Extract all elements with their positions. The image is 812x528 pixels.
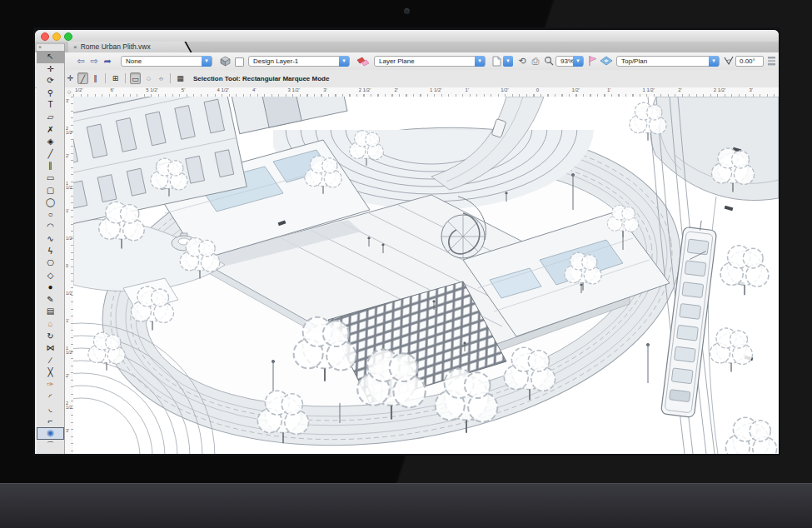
fillet-tool[interactable]: ◜ [37,391,64,404]
chamfer-tool[interactable]: ⌐ [37,416,64,428]
offset-tool[interactable]: ∕ [37,355,64,367]
filled-circle-tool[interactable]: ● [37,281,64,294]
ruler-label: 1/2' [66,236,73,240]
roof-tool[interactable]: ⌂ [37,318,64,331]
ruler-label: 1 1/2' [66,181,73,190]
rotate-tool[interactable]: ↻ [37,331,64,343]
paint-brush-tool[interactable]: ✑ [37,379,64,391]
palette-close-icon[interactable]: × [37,44,64,51]
view-toolbar: ⇦ ⇨ ➦ None ▾ Design Layer-1 ▾ [35,52,779,71]
interactive-scaling-mode-icon[interactable]: ⊞ [110,72,121,84]
layer-options-checkbox[interactable] [235,57,244,67]
ruler-label: 1' [607,87,610,92]
ruler-label: 1' [466,87,469,92]
rectangle-tool[interactable]: ▭ [37,172,64,185]
dropdown-arrow-icon[interactable]: ▾ [475,56,485,67]
ruler-label: 3' [323,87,326,92]
pan-tool[interactable]: ✛ [37,63,64,76]
selection-tool[interactable]: ↖ [37,51,64,63]
arc-tool[interactable]: ◠ [37,221,64,233]
callout-tool[interactable]: ▱ [37,112,64,124]
drawing-canvas[interactable] [73,97,779,454]
freehand-tool[interactable]: ∿ [37,233,64,246]
tool-status-label: Selection Tool: Rectangular Marquee Mode [193,75,329,82]
line-tool[interactable]: ╱ [37,148,64,161]
regular-polygon-tool[interactable]: ◇ [37,270,64,282]
ruler-label: 4' [252,87,256,92]
mode-single-select-icon[interactable]: ╱ [77,72,88,84]
attribute-mapping-tool[interactable]: ◈ [37,136,64,148]
dropdown-arrow-icon[interactable]: ▾ [339,56,349,67]
dropdown-arrow-icon[interactable]: ▾ [573,56,583,67]
close-window-button[interactable] [41,32,49,41]
tool-filter-dropdown[interactable]: None ▾ [121,56,212,67]
close-tab-icon[interactable]: × [73,43,77,51]
mode-multi-select-icon[interactable]: ∥ [90,72,101,84]
ruler-label: 3' [66,428,69,432]
webcam-dot [404,8,410,14]
ruler-label: 2' [66,373,69,377]
ruler-label: 0 [536,87,539,92]
zoom-window-button[interactable] [64,32,72,41]
text-tool[interactable]: T [37,99,64,112]
wall-tool[interactable]: ▤ [37,306,64,318]
polygon-tool[interactable]: ⎔ [37,257,64,270]
new-document-icon[interactable] [492,56,501,67]
ruler-label: 5' [182,87,185,92]
dropdown-arrow-icon[interactable]: ▾ [709,56,719,67]
rectangular-marquee-mode-icon[interactable]: ▭ [130,72,141,84]
view-diamond-icon[interactable] [600,56,613,66]
active-plane-icon[interactable] [356,56,370,67]
document-tab[interactable]: ×Rome Urban Plith.vwx [68,42,192,52]
visualization-tool[interactable]: ◉ [37,427,64,440]
rotation-angle-field[interactable]: 0.00° [735,56,764,67]
saved-views-icon[interactable]: ➦ [102,55,113,67]
flyover-tool[interactable]: ⟳ [37,75,64,87]
mode-settings-icon[interactable]: ▦ [175,72,186,84]
polygon-lasso-mode-icon[interactable]: ⌔ [156,72,167,84]
rounded-rectangle-tool[interactable]: ▢ [37,185,64,197]
view-dropdown[interactable]: Top/Plan ▾ [616,56,720,67]
cube-icon[interactable] [220,56,231,67]
zoom-level-dropdown[interactable]: 93% ▾ [555,56,584,67]
layer-plane-dropdown[interactable]: Layer Plane ▾ [374,56,486,67]
design-layer-dropdown[interactable]: Design Layer-1 ▾ [248,56,350,67]
forward-button[interactable]: ⇨ [88,55,100,67]
arc-smoothing-tool[interactable]: ◟ [37,403,64,416]
ruler-label: 1' [66,318,69,322]
mode-separator [125,73,126,83]
pen-tool[interactable]: ✎ [37,294,64,306]
ruler-label: 2' [394,87,397,92]
mode-separator [170,73,171,83]
spline-tool[interactable]: ⌒ [37,440,64,452]
mode-crosshair-icon[interactable]: ✛ [65,72,76,84]
print-export-icon[interactable]: ⎙ [530,55,541,67]
basic-tool-palette: × ↖✛⟳⚲T▱✗◈╱∥▭▢◯○◠∿ϟ⎔◇●✎▤⌂↻⋈∕╳✑◜◟⌐◉⌒ [37,43,65,454]
circle-tool[interactable]: ○ [37,209,64,222]
trim-tool[interactable]: ╳ [37,366,64,379]
mirror-tool[interactable]: ⋈ [37,342,64,355]
sync-icon[interactable]: ⟲ [516,55,528,67]
delete-vertex-tool[interactable]: ✗ [37,124,64,137]
angle-icon [724,56,734,66]
back-button[interactable]: ⇦ [75,55,87,67]
oval-tool[interactable]: ◯ [37,197,64,209]
ruler-label: 2 1/2' [714,87,726,92]
ruler-label: 3 1/2' [288,87,301,92]
organization-icon[interactable] [767,56,776,67]
tool-filter-value: None [126,57,142,65]
zoom-magnifier-icon[interactable] [544,56,554,66]
tool-mode-bar: ✛ ╱ ∥ ⊞ ▭ ◌ ⌔ ▦ Selection Tool: Rectangu… [35,70,779,88]
dropdown-arrow-icon[interactable]: ▾ [202,56,212,67]
minimize-window-button[interactable] [52,32,61,41]
layer-plane-value: Layer Plane [379,57,415,65]
double-line-tool[interactable]: ∥ [37,160,64,172]
mode-separator [105,73,106,83]
window-titlebar[interactable] [35,30,779,42]
document-dropdown-arrow-icon[interactable]: ▾ [503,56,513,67]
zoom-tool[interactable]: ⚲ [37,87,64,100]
ruler-label: 2 1/2' [66,401,73,410]
lasso-mode-icon[interactable]: ◌ [143,72,154,84]
fit-flag-icon[interactable] [587,55,597,67]
polyline-tool[interactable]: ϟ [37,246,64,258]
